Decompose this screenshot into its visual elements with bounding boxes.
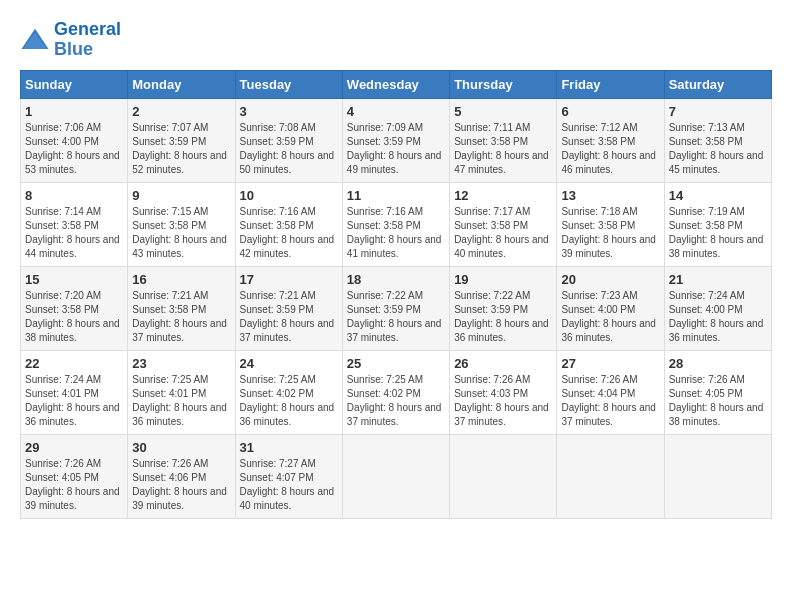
- day-info: Sunrise: 7:15 AMSunset: 3:58 PMDaylight:…: [132, 205, 230, 261]
- calendar-cell: 3 Sunrise: 7:08 AMSunset: 3:59 PMDayligh…: [235, 98, 342, 182]
- day-number: 28: [669, 356, 767, 371]
- day-number: 19: [454, 272, 552, 287]
- calendar-cell: 1 Sunrise: 7:06 AMSunset: 4:00 PMDayligh…: [21, 98, 128, 182]
- day-number: 27: [561, 356, 659, 371]
- calendar-cell: [664, 434, 771, 518]
- day-info: Sunrise: 7:18 AMSunset: 3:58 PMDaylight:…: [561, 205, 659, 261]
- day-number: 4: [347, 104, 445, 119]
- calendar-cell: 14 Sunrise: 7:19 AMSunset: 3:58 PMDaylig…: [664, 182, 771, 266]
- header-row: Sunday Monday Tuesday Wednesday Thursday…: [21, 70, 772, 98]
- day-info: Sunrise: 7:22 AMSunset: 3:59 PMDaylight:…: [454, 289, 552, 345]
- calendar-cell: 29 Sunrise: 7:26 AMSunset: 4:05 PMDaylig…: [21, 434, 128, 518]
- day-number: 16: [132, 272, 230, 287]
- day-number: 14: [669, 188, 767, 203]
- calendar-cell: 18 Sunrise: 7:22 AMSunset: 3:59 PMDaylig…: [342, 266, 449, 350]
- calendar-cell: 20 Sunrise: 7:23 AMSunset: 4:00 PMDaylig…: [557, 266, 664, 350]
- day-info: Sunrise: 7:21 AMSunset: 3:58 PMDaylight:…: [132, 289, 230, 345]
- day-number: 31: [240, 440, 338, 455]
- day-info: Sunrise: 7:25 AMSunset: 4:02 PMDaylight:…: [240, 373, 338, 429]
- day-info: Sunrise: 7:13 AMSunset: 3:58 PMDaylight:…: [669, 121, 767, 177]
- day-info: Sunrise: 7:19 AMSunset: 3:58 PMDaylight:…: [669, 205, 767, 261]
- day-number: 6: [561, 104, 659, 119]
- col-tuesday: Tuesday: [235, 70, 342, 98]
- day-info: Sunrise: 7:21 AMSunset: 3:59 PMDaylight:…: [240, 289, 338, 345]
- day-info: Sunrise: 7:20 AMSunset: 3:58 PMDaylight:…: [25, 289, 123, 345]
- calendar-cell: 5 Sunrise: 7:11 AMSunset: 3:58 PMDayligh…: [450, 98, 557, 182]
- calendar-cell: 19 Sunrise: 7:22 AMSunset: 3:59 PMDaylig…: [450, 266, 557, 350]
- calendar-cell: [450, 434, 557, 518]
- day-number: 12: [454, 188, 552, 203]
- col-thursday: Thursday: [450, 70, 557, 98]
- day-number: 1: [25, 104, 123, 119]
- day-number: 25: [347, 356, 445, 371]
- day-info: Sunrise: 7:22 AMSunset: 3:59 PMDaylight:…: [347, 289, 445, 345]
- col-wednesday: Wednesday: [342, 70, 449, 98]
- calendar-cell: 21 Sunrise: 7:24 AMSunset: 4:00 PMDaylig…: [664, 266, 771, 350]
- calendar-cell: 26 Sunrise: 7:26 AMSunset: 4:03 PMDaylig…: [450, 350, 557, 434]
- day-number: 29: [25, 440, 123, 455]
- day-number: 22: [25, 356, 123, 371]
- day-info: Sunrise: 7:25 AMSunset: 4:01 PMDaylight:…: [132, 373, 230, 429]
- calendar-cell: 4 Sunrise: 7:09 AMSunset: 3:59 PMDayligh…: [342, 98, 449, 182]
- col-sunday: Sunday: [21, 70, 128, 98]
- day-info: Sunrise: 7:08 AMSunset: 3:59 PMDaylight:…: [240, 121, 338, 177]
- day-number: 7: [669, 104, 767, 119]
- day-info: Sunrise: 7:06 AMSunset: 4:00 PMDaylight:…: [25, 121, 123, 177]
- day-info: Sunrise: 7:16 AMSunset: 3:58 PMDaylight:…: [240, 205, 338, 261]
- calendar-cell: 22 Sunrise: 7:24 AMSunset: 4:01 PMDaylig…: [21, 350, 128, 434]
- day-info: Sunrise: 7:26 AMSunset: 4:04 PMDaylight:…: [561, 373, 659, 429]
- day-number: 2: [132, 104, 230, 119]
- day-info: Sunrise: 7:24 AMSunset: 4:01 PMDaylight:…: [25, 373, 123, 429]
- day-info: Sunrise: 7:11 AMSunset: 3:58 PMDaylight:…: [454, 121, 552, 177]
- day-number: 24: [240, 356, 338, 371]
- day-info: Sunrise: 7:26 AMSunset: 4:05 PMDaylight:…: [25, 457, 123, 513]
- day-number: 9: [132, 188, 230, 203]
- svg-marker-1: [23, 32, 47, 49]
- logo: General Blue: [20, 20, 121, 60]
- calendar-cell: 24 Sunrise: 7:25 AMSunset: 4:02 PMDaylig…: [235, 350, 342, 434]
- day-number: 20: [561, 272, 659, 287]
- calendar-cell: 11 Sunrise: 7:16 AMSunset: 3:58 PMDaylig…: [342, 182, 449, 266]
- day-info: Sunrise: 7:09 AMSunset: 3:59 PMDaylight:…: [347, 121, 445, 177]
- calendar-table: Sunday Monday Tuesday Wednesday Thursday…: [20, 70, 772, 519]
- calendar-cell: 31 Sunrise: 7:27 AMSunset: 4:07 PMDaylig…: [235, 434, 342, 518]
- day-info: Sunrise: 7:26 AMSunset: 4:03 PMDaylight:…: [454, 373, 552, 429]
- calendar-cell: 28 Sunrise: 7:26 AMSunset: 4:05 PMDaylig…: [664, 350, 771, 434]
- day-number: 15: [25, 272, 123, 287]
- day-number: 8: [25, 188, 123, 203]
- day-number: 10: [240, 188, 338, 203]
- day-info: Sunrise: 7:17 AMSunset: 3:58 PMDaylight:…: [454, 205, 552, 261]
- day-number: 3: [240, 104, 338, 119]
- calendar-cell: 23 Sunrise: 7:25 AMSunset: 4:01 PMDaylig…: [128, 350, 235, 434]
- calendar-cell: 30 Sunrise: 7:26 AMSunset: 4:06 PMDaylig…: [128, 434, 235, 518]
- day-number: 5: [454, 104, 552, 119]
- day-info: Sunrise: 7:26 AMSunset: 4:06 PMDaylight:…: [132, 457, 230, 513]
- day-info: Sunrise: 7:26 AMSunset: 4:05 PMDaylight:…: [669, 373, 767, 429]
- calendar-cell: 12 Sunrise: 7:17 AMSunset: 3:58 PMDaylig…: [450, 182, 557, 266]
- day-info: Sunrise: 7:07 AMSunset: 3:59 PMDaylight:…: [132, 121, 230, 177]
- calendar-cell: 25 Sunrise: 7:25 AMSunset: 4:02 PMDaylig…: [342, 350, 449, 434]
- calendar-cell: [342, 434, 449, 518]
- calendar-cell: 7 Sunrise: 7:13 AMSunset: 3:58 PMDayligh…: [664, 98, 771, 182]
- day-number: 18: [347, 272, 445, 287]
- header: General Blue: [20, 20, 772, 60]
- logo-icon: [20, 25, 50, 55]
- day-number: 11: [347, 188, 445, 203]
- calendar-cell: 13 Sunrise: 7:18 AMSunset: 3:58 PMDaylig…: [557, 182, 664, 266]
- day-number: 26: [454, 356, 552, 371]
- calendar-cell: 8 Sunrise: 7:14 AMSunset: 3:58 PMDayligh…: [21, 182, 128, 266]
- day-info: Sunrise: 7:14 AMSunset: 3:58 PMDaylight:…: [25, 205, 123, 261]
- col-friday: Friday: [557, 70, 664, 98]
- calendar-cell: 6 Sunrise: 7:12 AMSunset: 3:58 PMDayligh…: [557, 98, 664, 182]
- calendar-cell: 2 Sunrise: 7:07 AMSunset: 3:59 PMDayligh…: [128, 98, 235, 182]
- logo-text: General Blue: [54, 20, 121, 60]
- calendar-cell: 17 Sunrise: 7:21 AMSunset: 3:59 PMDaylig…: [235, 266, 342, 350]
- calendar-cell: 9 Sunrise: 7:15 AMSunset: 3:58 PMDayligh…: [128, 182, 235, 266]
- day-info: Sunrise: 7:25 AMSunset: 4:02 PMDaylight:…: [347, 373, 445, 429]
- day-number: 21: [669, 272, 767, 287]
- col-saturday: Saturday: [664, 70, 771, 98]
- calendar-cell: 15 Sunrise: 7:20 AMSunset: 3:58 PMDaylig…: [21, 266, 128, 350]
- day-number: 23: [132, 356, 230, 371]
- calendar-cell: 16 Sunrise: 7:21 AMSunset: 3:58 PMDaylig…: [128, 266, 235, 350]
- day-number: 30: [132, 440, 230, 455]
